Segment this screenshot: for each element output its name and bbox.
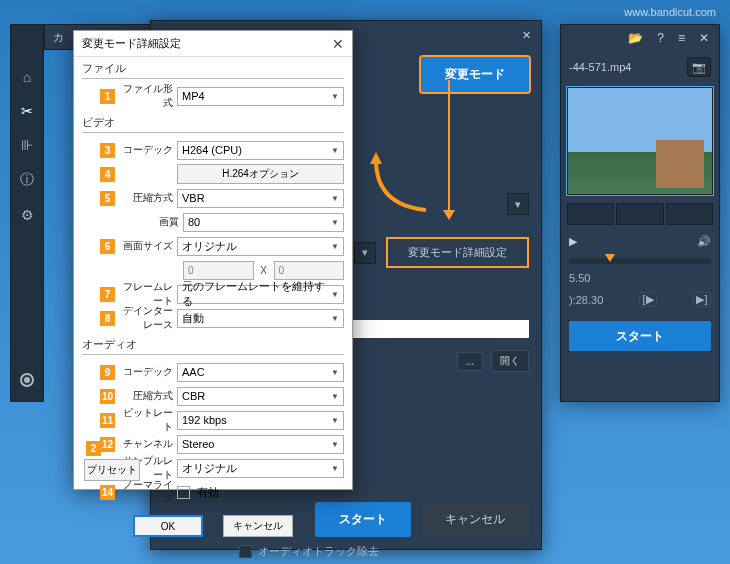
normalize-checkbox[interactable] (177, 486, 190, 499)
dialog-title: 変更モード詳細設定 (82, 36, 181, 51)
dropdown-caret-icon[interactable]: ▾ (507, 193, 529, 215)
close-icon[interactable]: ✕ (332, 36, 344, 52)
help-icon[interactable]: ? (657, 31, 664, 45)
close-icon[interactable]: ✕ (522, 29, 531, 42)
preset-button[interactable]: プリセット (84, 459, 140, 481)
vcodec-label: コーデック (121, 143, 177, 157)
num-11: 11 (100, 413, 115, 428)
num-9: 9 (100, 365, 115, 380)
info-icon[interactable]: ⓘ (20, 171, 34, 189)
seek-bar[interactable] (569, 258, 711, 264)
num-14: 14 (100, 485, 115, 500)
bitrate-select[interactable]: 192 kbps▼ (177, 411, 344, 430)
time-end: ):28.30 (569, 294, 603, 306)
size-select[interactable]: オリジナル▼ (177, 237, 344, 256)
num-1: 1 (100, 89, 115, 104)
num-3: 3 (100, 143, 115, 158)
cancel-button[interactable]: キャンセル (223, 515, 293, 537)
section-audio: オーディオ (82, 337, 344, 352)
num-6: 6 (100, 239, 115, 254)
norm-label: ノーマライズ (121, 478, 177, 506)
num-7: 7 (100, 287, 115, 302)
num-10: 10 (100, 389, 115, 404)
height-spinner[interactable]: 0 (274, 261, 345, 280)
menu-icon[interactable]: ≡ (678, 31, 685, 45)
open-button[interactable]: 開く (491, 350, 529, 372)
marker-icon[interactable] (605, 254, 615, 262)
arrow-annotation (448, 80, 450, 210)
vcodec-select[interactable]: H264 (CPU)▼ (177, 141, 344, 160)
acomp-select[interactable]: CBR▼ (177, 387, 344, 406)
preview-window: 📂 ? ≡ ✕ -44-571.mp4 📷 ▶ 🔊 5.50 ):28.30 [… (560, 24, 720, 402)
file-name: -44-571.mp4 (569, 61, 631, 73)
deint-select[interactable]: 自動▼ (177, 309, 344, 328)
channel-select[interactable]: Stereo▼ (177, 435, 344, 454)
cut-icon[interactable]: ✂ (21, 103, 33, 119)
x-label: X (257, 265, 271, 276)
h264-options-button[interactable]: H.264オプション (177, 164, 344, 184)
format-select[interactable]: MP4▼ (177, 87, 344, 106)
close-icon[interactable]: ✕ (699, 31, 709, 45)
compress-select[interactable]: VBR▼ (177, 189, 344, 208)
remove-audio-label: オーディオトラック除去 (258, 544, 379, 559)
quality-select[interactable]: 80▼ (183, 213, 344, 232)
advanced-settings-button[interactable]: 変更モード詳細設定 (386, 237, 529, 268)
ok-button[interactable]: OK (133, 515, 203, 537)
sample-select[interactable]: オリジナル▼ (177, 459, 344, 478)
start-button-preview[interactable]: スタート (569, 321, 711, 351)
video-preview[interactable] (567, 87, 713, 195)
width-spinner[interactable]: 0 (183, 261, 254, 280)
bitrate-label: ビットレート (121, 406, 177, 434)
cancel-button[interactable]: キャンセル (421, 502, 529, 537)
split-icon[interactable]: ⊪ (21, 137, 33, 153)
convert-mode-button[interactable]: 変更モード (421, 57, 529, 92)
num-8: 8 (100, 311, 115, 326)
settings-icon[interactable]: ⚙ (21, 207, 34, 223)
normalize-chk-label: 有効 (197, 485, 219, 500)
acodec-label: コーデック (121, 365, 177, 379)
acodec-select[interactable]: AAC▼ (177, 363, 344, 382)
record-icon[interactable] (20, 373, 34, 387)
size-label: 画面サイズ (121, 239, 177, 253)
remove-audio-checkbox[interactable] (239, 545, 252, 558)
thumbnail-strip[interactable] (561, 199, 719, 229)
advanced-settings-dialog: 変更モード詳細設定 ✕ ファイル 1 ファイル形式 MP4▼ ビデオ 3 コーデ… (73, 30, 353, 490)
watermark: www.bandicut.com (624, 6, 716, 18)
deint-label: デインターレース (121, 304, 177, 332)
section-file: ファイル (82, 61, 344, 76)
quality-label: 画質 (127, 215, 183, 229)
arrow-curve-annotation (366, 150, 426, 210)
svg-marker-0 (370, 152, 382, 164)
num-5: 5 (100, 191, 115, 206)
num-4: 4 (100, 167, 115, 182)
screenshot-button[interactable]: 📷 (687, 57, 711, 77)
sidebar: ⌂ ✂ ⊪ ⓘ ⚙ (10, 24, 44, 402)
fps-select[interactable]: 元のフレームレートを維持する▼ (177, 285, 344, 304)
mark-out-button[interactable]: ▶] (693, 292, 711, 307)
acomp-label: 圧縮方式 (121, 389, 177, 403)
dropdown-caret-icon[interactable]: ▾ (354, 242, 376, 264)
num-2: 2 (86, 441, 101, 456)
time-total: 5.50 (569, 272, 590, 284)
home-icon[interactable]: ⌂ (23, 69, 31, 85)
format-label: ファイル形式 (121, 82, 177, 110)
mark-in-button[interactable]: [▶ (639, 292, 657, 307)
section-video: ビデオ (82, 115, 344, 130)
play-button[interactable]: ▶ (569, 235, 577, 248)
compress-label: 圧縮方式 (121, 191, 177, 205)
volume-icon[interactable]: 🔊 (697, 235, 711, 248)
open-icon[interactable]: 📂 (628, 31, 643, 45)
browse-dots-button[interactable]: ... (457, 352, 483, 371)
